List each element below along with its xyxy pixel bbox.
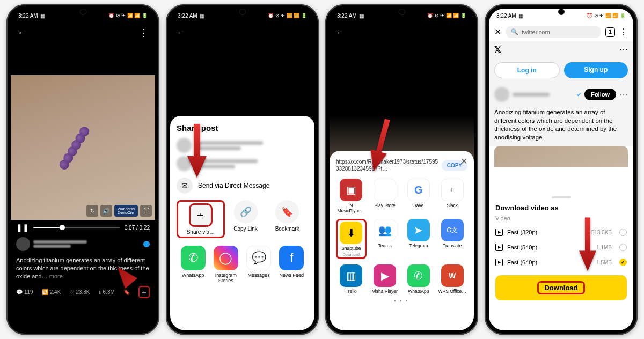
url-text: twitter.com — [522, 29, 550, 35]
teams-icon: 👥 — [374, 219, 396, 241]
address-bar[interactable]: 🔍 twitter.com — [506, 26, 601, 38]
retweet-button[interactable]: 🔁2.4K — [42, 289, 61, 295]
instagram-icon: ◯ — [214, 246, 238, 270]
login-button[interactable]: Log in — [494, 62, 560, 78]
app-trello[interactable]: ▥Trello — [336, 264, 367, 294]
app-facebook[interactable]: f News Feed — [275, 246, 308, 283]
copy-link-button[interactable]: 🔗 Copy Link — [225, 200, 267, 238]
views-stat: ⫾6.3M — [99, 289, 115, 295]
app-instagram[interactable]: ◯ Instagram Stories — [209, 246, 242, 283]
download-title: Download video as — [495, 204, 627, 212]
radio-selected-icon[interactable] — [619, 259, 627, 266]
play-icon: ▶ — [495, 259, 503, 266]
bookmark-icon: 🔖 — [275, 200, 299, 224]
search-icon: 🔍 — [511, 28, 518, 35]
download-button[interactable]: Download — [495, 275, 627, 300]
avatar[interactable] — [16, 237, 30, 251]
replay-icon[interactable]: ↻ — [86, 205, 98, 217]
volume-icon[interactable]: 🔊 — [100, 205, 112, 217]
activity-icon: ▦ — [40, 13, 45, 19]
verified-badge-icon — [143, 241, 150, 247]
clock: 3:22 AM — [178, 13, 197, 19]
visha-icon: ▶ — [374, 264, 396, 287]
more-icon[interactable]: ⋯ — [619, 45, 628, 55]
telegram-icon: ➤ — [407, 219, 430, 241]
play-time: 0:07 / 0:22 — [125, 225, 150, 231]
back-icon[interactable]: ← — [177, 28, 185, 38]
more-icon[interactable]: ⋯ — [619, 90, 628, 100]
video-thumbnail[interactable] — [494, 146, 628, 167]
app-messages[interactable]: 💬 Messages — [243, 246, 275, 283]
quality-option-320p[interactable]: ▶ Fast (320p) 513.0KB — [495, 225, 627, 240]
status-icons: ⏰ ⊘ ✈ 📶 📶 🔋 — [108, 13, 148, 18]
more-icon[interactable]: ⋮ — [139, 27, 149, 39]
slack-icon: ⌗ — [441, 179, 464, 201]
close-icon[interactable]: ✕ — [494, 27, 501, 37]
app-wps[interactable]: WWPS Office… — [437, 264, 467, 294]
google-icon: G — [407, 179, 430, 201]
app-whatsapp[interactable]: ✆WhatsApp — [404, 264, 434, 294]
avatar[interactable] — [494, 87, 509, 102]
app-whatsapp[interactable]: ✆ WhatsApp — [177, 246, 209, 283]
play-icon: ▶ — [495, 244, 503, 251]
whatsapp-icon: ✆ — [181, 246, 206, 270]
download-sheet: Download video as Video ▶ Fast (320p) 51… — [489, 191, 633, 330]
post-text: Anodizing titanium generates an array of… — [489, 106, 633, 146]
app-slack[interactable]: ⌗Slack — [437, 179, 467, 213]
follow-button[interactable]: Follow — [584, 89, 616, 100]
play-icon: ▶ — [495, 229, 503, 236]
app-visha[interactable]: ▶Visha Player — [370, 264, 400, 294]
facebook-icon: f — [279, 246, 304, 270]
app-label: Messages — [248, 272, 270, 278]
share-via-button[interactable]: ⫨ Share via… — [177, 200, 225, 238]
clock: 3:22 AM — [18, 13, 38, 19]
share-icon: ⫨ — [189, 203, 213, 227]
share-sheet: Share post ✉ Send via Direct Message ⫨ S… — [170, 116, 314, 330]
file-size: 1.1MB — [596, 245, 612, 250]
app-label: Instagram Stories — [209, 272, 242, 283]
radio-icon[interactable] — [619, 244, 627, 251]
trello-icon: ▥ — [340, 264, 362, 287]
option-label: Copy Link — [233, 226, 257, 232]
app-snaptube[interactable]: ⬇SnaptubeDownload — [336, 219, 367, 259]
sheet-handle[interactable] — [552, 196, 571, 198]
app-telegram[interactable]: ➤Telegram — [404, 219, 434, 259]
link-icon: 🔗 — [234, 200, 258, 224]
quality-label: Fast (320p) — [507, 229, 587, 235]
quality-option-540p[interactable]: ▶ Fast (540p) 1.1MB — [495, 240, 627, 255]
section-label: Video — [495, 215, 627, 222]
wondershare-icon: WondershDemoCre — [114, 205, 138, 217]
pause-icon[interactable]: ❚❚ — [16, 223, 29, 232]
back-icon[interactable]: ← — [17, 27, 27, 39]
app-label: News Feed — [280, 272, 304, 278]
option-label: Bookmark — [275, 226, 299, 232]
app-label: WhatsApp — [182, 272, 204, 278]
option-label: Share via… — [187, 229, 215, 235]
fullscreen-icon[interactable]: ⛶ — [140, 205, 152, 217]
close-icon[interactable]: ✕ — [460, 156, 467, 166]
seek-bar[interactable] — [33, 227, 120, 228]
page-indicator: • • • — [336, 298, 467, 303]
app-save[interactable]: GSave — [404, 179, 434, 213]
more-link[interactable]: more — [49, 273, 63, 279]
bookmark-button[interactable]: 🔖 Bookmark — [266, 200, 308, 238]
verified-badge-icon: ✔ — [577, 92, 581, 98]
video-player[interactable]: ↻ 🔊 WondershDemoCre ⛶ — [11, 75, 155, 220]
tab-count[interactable]: 1 — [605, 27, 615, 37]
translate-icon: G文 — [441, 219, 464, 241]
snaptube-icon: ⬇ — [340, 222, 362, 244]
reply-button[interactable]: 💬119 — [16, 289, 33, 295]
more-icon[interactable]: ⋮ — [619, 27, 628, 37]
wps-icon: W — [441, 264, 464, 287]
signup-button[interactable]: Sign up — [564, 62, 628, 78]
system-share-sheet: ✕ https://x.com/Rainmaker1973/status/175… — [330, 151, 474, 330]
whatsapp-icon: ✆ — [407, 264, 430, 287]
radio-icon[interactable] — [619, 229, 627, 236]
back-icon[interactable]: ← — [336, 28, 345, 38]
app-teams[interactable]: 👥Teams — [370, 219, 400, 259]
quality-option-640p[interactable]: ▶ Fast (640p) 1.5MB — [495, 255, 627, 270]
like-button[interactable]: ♡23.8K — [69, 289, 90, 295]
dm-label: Send via Direct Message — [198, 182, 269, 189]
app-translate[interactable]: G文Translate — [437, 219, 467, 259]
x-logo-icon[interactable]: 𝕏 — [494, 45, 501, 55]
